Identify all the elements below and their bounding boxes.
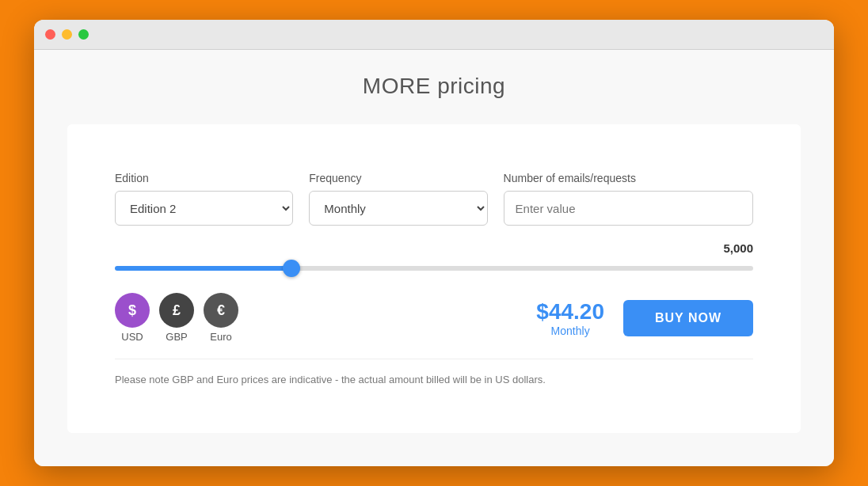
emails-input[interactable] xyxy=(504,191,753,226)
window-content: MORE pricing Edition Edition 1 Edition 2… xyxy=(34,50,834,466)
gbp-label: GBP xyxy=(166,331,187,343)
form-row: Edition Edition 1 Edition 2 Edition 3 Fr… xyxy=(115,172,753,226)
slider-value-row: 5,000 xyxy=(115,241,753,255)
edition-label: Edition xyxy=(115,172,293,184)
price-buy-section: $44.20 Monthly BUY NOW xyxy=(536,299,753,337)
slider-container xyxy=(115,260,753,274)
disclaimer-text: Please note GBP and Euro prices are indi… xyxy=(115,359,753,385)
frequency-label: Frequency xyxy=(309,172,487,184)
edition-group: Edition Edition 1 Edition 2 Edition 3 xyxy=(115,172,293,226)
minimize-button[interactable] xyxy=(62,29,72,40)
close-button[interactable] xyxy=(45,29,55,40)
frequency-select[interactable]: Monthly Annually xyxy=(309,191,487,226)
slider-value: 5,000 xyxy=(723,241,753,255)
eur-label: Euro xyxy=(210,331,231,343)
currency-gbp[interactable]: £ GBP xyxy=(159,293,194,343)
emails-group: Number of emails/requests xyxy=(504,172,753,226)
edition-select[interactable]: Edition 1 Edition 2 Edition 3 xyxy=(115,191,293,226)
titlebar xyxy=(34,20,834,50)
eur-icon: € xyxy=(204,293,238,328)
pricing-card-inner: Edition Edition 1 Edition 2 Edition 3 Fr… xyxy=(91,148,777,409)
app-window: MORE pricing Edition Edition 1 Edition 2… xyxy=(34,20,834,466)
emails-slider[interactable] xyxy=(115,266,753,271)
price-amount: $44.20 xyxy=(536,299,604,325)
frequency-group: Frequency Monthly Annually xyxy=(309,172,487,226)
emails-label: Number of emails/requests xyxy=(504,172,753,184)
maximize-button[interactable] xyxy=(78,29,89,40)
currency-eur[interactable]: € Euro xyxy=(204,293,238,343)
price-frequency: Monthly xyxy=(551,325,590,337)
price-display: $44.20 Monthly xyxy=(536,299,604,337)
buy-now-button[interactable]: BUY NOW xyxy=(623,300,753,336)
currency-usd[interactable]: $ USD xyxy=(115,293,150,343)
usd-icon: $ xyxy=(115,293,150,328)
currency-icons: $ USD £ GBP € Euro xyxy=(115,293,238,343)
gbp-icon: £ xyxy=(159,293,194,328)
pricing-card: Edition Edition 1 Edition 2 Edition 3 Fr… xyxy=(66,123,802,435)
page-title: MORE pricing xyxy=(66,74,802,99)
usd-label: USD xyxy=(121,331,143,343)
currency-row: $ USD £ GBP € Euro xyxy=(115,293,753,343)
